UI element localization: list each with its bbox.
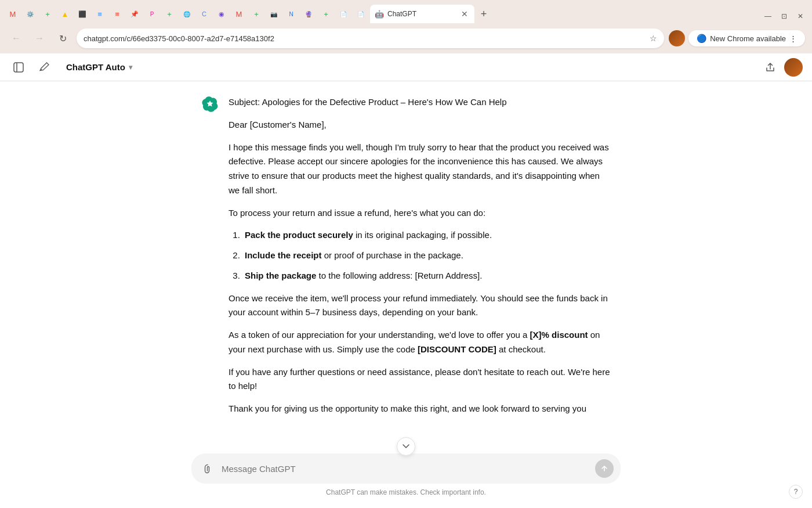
tab-favicon-16[interactable]: 📷 [266, 6, 282, 22]
step2-bold: Include the receipt [245, 250, 322, 260]
tab-favicon-21[interactable]: 📄 [353, 6, 369, 22]
new-chrome-button[interactable]: 🔵 New Chrome available ⋮ [688, 30, 805, 46]
step3-rest: to the following address: [Return Addres… [316, 271, 482, 280]
email-discount-para: As a token of our appreciation for your … [229, 328, 611, 357]
chatgpt-toolbar: ChatGPT Auto ▾ [0, 53, 812, 81]
tab-favicon-18[interactable]: 🔮 [300, 6, 317, 22]
model-name-label: ChatGPT Auto [66, 62, 125, 72]
tab-favicon-6[interactable]: ≡ [92, 6, 108, 22]
reload-button[interactable]: ↻ [53, 29, 72, 48]
email-para1: I hope this message finds you well, thou… [229, 140, 611, 198]
tab-favicon-4[interactable]: ▲ [57, 6, 73, 22]
step-1: Pack the product securely in its origina… [242, 228, 611, 243]
chrome-browser: M ⚙️ + ▲ ⬛ ≡ ≡ 📌 P + 🌐 C ◉ M + 📷 N 🔮 + 📄… [0, 0, 812, 508]
scroll-to-bottom-button[interactable] [397, 437, 415, 456]
step-3: Ship the package to the following addres… [242, 269, 611, 283]
toolbar-right [761, 58, 803, 77]
tab-favicon-9[interactable]: P [144, 6, 160, 22]
svg-rect-0 [14, 63, 23, 72]
step-2: Include the receipt or proof of purchase… [242, 248, 611, 263]
more-options-icon: ⋮ [789, 34, 797, 43]
help-button[interactable]: ? [789, 485, 803, 499]
input-wrapper [191, 453, 621, 484]
tab-favicon-19[interactable]: + [318, 6, 334, 22]
email-refund-para: Once we receive the item, we'll process … [229, 291, 611, 320]
discount-bold: [X]% discount [530, 330, 588, 340]
tab-favicon-15[interactable]: + [248, 6, 264, 22]
tab-favicon-20[interactable]: 📄 [335, 6, 351, 22]
tab-icons-row: M ⚙️ + ▲ ⬛ ≡ ≡ 📌 P + 🌐 C ◉ M + 📷 N 🔮 + 📄… [5, 5, 760, 23]
share-button[interactable] [761, 58, 780, 77]
bookmark-star[interactable]: ☆ [650, 34, 657, 43]
tab-favicon-2[interactable]: ⚙️ [22, 6, 38, 22]
toolbar-left: ChatGPT Auto ▾ [9, 58, 754, 77]
tab-favicon-3[interactable]: + [39, 6, 56, 22]
tab-controls: — ⊡ ✕ [761, 9, 807, 23]
discount-code: [DISCOUNT CODE] [418, 344, 496, 354]
chevron-down-icon: ▾ [129, 63, 132, 71]
active-tab-title: ChatGPT [387, 10, 456, 18]
tab-favicon-11[interactable]: 🌐 [179, 6, 195, 22]
maximize-button[interactable]: ⊡ [777, 9, 791, 23]
step1-bold: Pack the product securely [245, 230, 353, 240]
new-tab-button[interactable]: + [476, 6, 492, 22]
tab-bar: M ⚙️ + ▲ ⬛ ≡ ≡ 📌 P + 🌐 C ◉ M + 📷 N 🔮 + 📄… [0, 0, 812, 23]
forward-button[interactable]: → [30, 29, 49, 48]
tab-favicon-17[interactable]: N [283, 6, 299, 22]
address-bar: ← → ↻ chatgpt.com/c/66ed3375-00c0-8007-a… [0, 23, 812, 53]
email-intro-list: To process your return and issue a refun… [229, 206, 611, 221]
email-subject: Subject: Apologies for the Defective Pro… [229, 95, 611, 110]
tab-favicon-13[interactable]: ◉ [213, 6, 230, 22]
footer-disclaimer: ChatGPT can make mistakes. Check importa… [326, 488, 486, 496]
close-window-button[interactable]: ✕ [793, 9, 807, 23]
step1-rest: in its original packaging, if possible. [353, 230, 492, 240]
active-tab-favicon: 🤖 [375, 10, 384, 19]
return-steps-list: Pack the product securely in its origina… [229, 228, 611, 283]
discount-pre: As a token of our appreciation for your … [229, 330, 530, 340]
model-selector[interactable]: ChatGPT Auto ▾ [60, 59, 138, 75]
new-chat-button[interactable] [35, 58, 53, 77]
new-chrome-label: New Chrome available [710, 34, 786, 43]
url-bar[interactable]: chatgpt.com/c/66ed3375-00c0-8007-a2d7-e7… [77, 28, 664, 48]
url-text: chatgpt.com/c/66ed3375-00c0-8007-a2d7-e7… [84, 34, 645, 43]
email-closing-para: Thank you for giving us the opportunity … [229, 402, 611, 416]
tab-favicon-8[interactable]: 📌 [126, 6, 143, 22]
tab-favicon-1[interactable]: M [5, 6, 21, 22]
assistant-icon [201, 95, 219, 114]
message-input[interactable] [222, 464, 590, 474]
profile-avatar[interactable] [669, 30, 685, 46]
back-button[interactable]: ← [7, 29, 26, 48]
sidebar-toggle-button[interactable] [9, 58, 28, 77]
tab-favicon-10[interactable]: + [161, 6, 177, 22]
assistant-message: Subject: Apologies for the Defective Pro… [201, 95, 611, 416]
email-greeting: Dear [Customer's Name], [229, 118, 611, 132]
minimize-button[interactable]: — [761, 9, 775, 23]
chrome-logo-icon: 🔵 [697, 34, 706, 43]
email-help-para: If you have any further questions or nee… [229, 365, 611, 394]
address-bar-right: 🔵 New Chrome available ⋮ [669, 30, 805, 46]
discount-end: at checkout. [496, 344, 546, 354]
user-avatar[interactable] [784, 58, 803, 77]
step3-bold: Ship the package [245, 271, 316, 280]
tab-favicon-7[interactable]: ≡ [109, 6, 125, 22]
send-button[interactable] [595, 459, 614, 478]
tab-favicon-14[interactable]: M [231, 6, 247, 22]
step2-rest: or proof of purchase in the package. [322, 250, 463, 260]
tab-close-button[interactable]: ✕ [459, 9, 470, 19]
assistant-message-body: Subject: Apologies for the Defective Pro… [229, 95, 611, 416]
tab-active[interactable]: 🤖 ChatGPT ✕ [370, 5, 474, 23]
tab-favicon-5[interactable]: ⬛ [74, 6, 90, 22]
attach-button[interactable] [198, 459, 217, 478]
tab-favicon-12[interactable]: C [196, 6, 212, 22]
